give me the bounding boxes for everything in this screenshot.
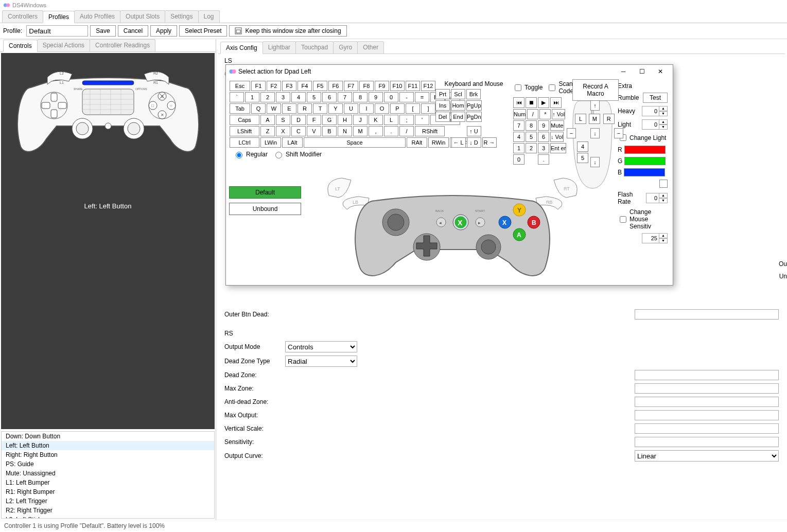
key-space[interactable]: Space bbox=[304, 137, 406, 148]
numpad-key[interactable]: Num bbox=[513, 109, 526, 119]
main-tab-controllers[interactable]: Controllers bbox=[2, 10, 43, 23]
binding-list-item[interactable]: R2: Right Trigger bbox=[2, 506, 214, 515]
binding-list-item[interactable]: Left: Left Button bbox=[2, 441, 214, 450]
key-r[interactable]: R bbox=[298, 103, 312, 114]
key-x[interactable]: X bbox=[276, 126, 290, 136]
key-tab[interactable]: Tab bbox=[230, 103, 250, 114]
key-scl[interactable]: Scl bbox=[451, 89, 465, 99]
mouse-move-down[interactable]: ↓ bbox=[590, 157, 600, 167]
key-i[interactable]: I bbox=[359, 103, 374, 114]
controls-tab-special-actions[interactable]: Special Actions bbox=[37, 39, 90, 51]
numpad-key[interactable]: Mute bbox=[550, 120, 564, 131]
rs-outputcurve-select[interactable]: Linear bbox=[635, 450, 779, 462]
select-preset-button[interactable]: Select Preset bbox=[179, 25, 227, 37]
config-tab-lightbar[interactable]: Lightbar bbox=[263, 41, 296, 54]
rs-deadzone-input[interactable] bbox=[635, 370, 779, 380]
rs-vertscale-input[interactable] bbox=[635, 423, 779, 434]
arrow-down-key[interactable]: ↓ D bbox=[467, 137, 481, 148]
numpad-key[interactable]: / bbox=[527, 109, 538, 119]
key--[interactable]: ` bbox=[230, 92, 244, 102]
key-lshift[interactable]: LShift bbox=[230, 126, 259, 136]
key-v[interactable]: V bbox=[307, 126, 321, 136]
key-f[interactable]: F bbox=[307, 115, 321, 125]
key-caps[interactable]: Caps bbox=[230, 115, 259, 125]
mouse-wheel-down[interactable]: ↓ bbox=[590, 128, 600, 138]
key-ralt[interactable]: RAlt bbox=[407, 137, 427, 148]
numpad-key[interactable]: ↑ Vol bbox=[552, 109, 565, 119]
regular-radio[interactable]: Regular bbox=[233, 150, 268, 158]
numpad-key[interactable]: ↓ Vol bbox=[550, 132, 564, 142]
controls-tab-controls[interactable]: Controls bbox=[3, 40, 38, 52]
numpad-key[interactable]: . bbox=[538, 154, 549, 165]
minimize-button[interactable]: ─ bbox=[614, 65, 633, 78]
key--[interactable]: ' bbox=[415, 115, 429, 125]
default-action-button[interactable]: Default bbox=[229, 186, 301, 199]
mouse-4-button[interactable]: 4 bbox=[577, 141, 588, 152]
key-6[interactable]: 6 bbox=[322, 92, 337, 102]
toggle-checkbox[interactable]: Toggle bbox=[513, 80, 543, 95]
media-key[interactable]: ⏹ bbox=[526, 97, 537, 108]
test-rumble-button[interactable]: Test bbox=[643, 93, 668, 103]
rs-maxzone-input[interactable] bbox=[635, 383, 779, 394]
key-y[interactable]: Y bbox=[328, 103, 343, 114]
numpad-key[interactable]: * bbox=[539, 109, 551, 119]
mouse-wheel-up[interactable]: ↑ bbox=[590, 100, 600, 111]
key-m[interactable]: M bbox=[353, 126, 368, 136]
numpad-key[interactable]: 9 bbox=[538, 120, 549, 131]
main-tab-output-slots[interactable]: Output Slots bbox=[120, 10, 165, 23]
color-swatch[interactable] bbox=[659, 180, 668, 188]
key-2[interactable]: 2 bbox=[260, 92, 275, 102]
key-a[interactable]: A bbox=[260, 115, 275, 125]
apply-button[interactable]: Apply bbox=[150, 25, 177, 37]
numpad-key[interactable]: 3 bbox=[538, 143, 549, 153]
binding-list-item[interactable]: L1: Left Bumper bbox=[2, 478, 214, 487]
key-3[interactable]: 3 bbox=[276, 92, 290, 102]
key--[interactable]: ] bbox=[421, 103, 435, 114]
key-s[interactable]: S bbox=[276, 115, 290, 125]
numpad-key[interactable]: 8 bbox=[526, 120, 537, 131]
profile-name-input[interactable] bbox=[26, 25, 88, 37]
numpad-key[interactable]: 2 bbox=[526, 143, 537, 153]
key--[interactable]: ; bbox=[399, 115, 414, 125]
rs-sensitivity-input[interactable] bbox=[635, 437, 779, 447]
mouse-5-button[interactable]: 5 bbox=[577, 153, 588, 163]
numpad-key[interactable]: 5 bbox=[526, 132, 537, 142]
key-f8[interactable]: F8 bbox=[359, 81, 374, 91]
numpad-key[interactable]: 6 bbox=[538, 132, 549, 142]
heavy-value-spinner[interactable]: ▲▼ bbox=[642, 106, 668, 116]
key-del[interactable]: Del bbox=[435, 112, 450, 122]
key-f5[interactable]: F5 bbox=[313, 81, 327, 91]
key-0[interactable]: 0 bbox=[384, 92, 398, 102]
light-value-spinner[interactable]: ▲▼ bbox=[642, 119, 668, 130]
key-1[interactable]: 1 bbox=[245, 92, 259, 102]
key-f10[interactable]: F10 bbox=[390, 81, 405, 91]
key-f4[interactable]: F4 bbox=[298, 81, 312, 91]
config-tab-gyro[interactable]: Gyro bbox=[333, 41, 358, 54]
key-brk[interactable]: Brk bbox=[466, 89, 481, 99]
change-light-checkbox[interactable]: Change Light bbox=[618, 133, 668, 143]
arrow-left-key[interactable]: ← L bbox=[451, 137, 466, 148]
key-esc[interactable]: Esc bbox=[230, 81, 250, 91]
shift-modifier-radio[interactable]: Shift Modifier bbox=[273, 150, 322, 158]
key-p[interactable]: P bbox=[390, 103, 405, 114]
key-k[interactable]: K bbox=[369, 115, 383, 125]
key-w[interactable]: W bbox=[267, 103, 281, 114]
save-button[interactable]: Save bbox=[90, 25, 115, 37]
g-color-slider[interactable] bbox=[624, 157, 666, 165]
key-n[interactable]: N bbox=[338, 126, 352, 136]
record-macro-button[interactable]: Record A Macro bbox=[572, 79, 619, 101]
key-lalt[interactable]: LAlt bbox=[282, 137, 303, 148]
mouse-tilt-right[interactable]: − bbox=[614, 128, 623, 138]
controls-tab-controller-readings[interactable]: Controller Readings bbox=[90, 39, 155, 51]
config-tab-other[interactable]: Other bbox=[357, 41, 384, 54]
binding-list-item[interactable]: R1: Right Bumper bbox=[2, 487, 214, 496]
key-end[interactable]: End bbox=[451, 112, 465, 122]
numpad-key[interactable]: 1 bbox=[513, 143, 524, 153]
key-f7[interactable]: F7 bbox=[344, 81, 358, 91]
mouse-sens-spinner[interactable]: ▲▼ bbox=[642, 233, 668, 243]
key-f11[interactable]: F11 bbox=[406, 81, 420, 91]
key-e[interactable]: E bbox=[282, 103, 296, 114]
key-pgdn[interactable]: PgDn bbox=[466, 112, 482, 122]
mouse-right-button[interactable]: R bbox=[603, 114, 615, 124]
maximize-button[interactable]: ☐ bbox=[633, 65, 651, 78]
